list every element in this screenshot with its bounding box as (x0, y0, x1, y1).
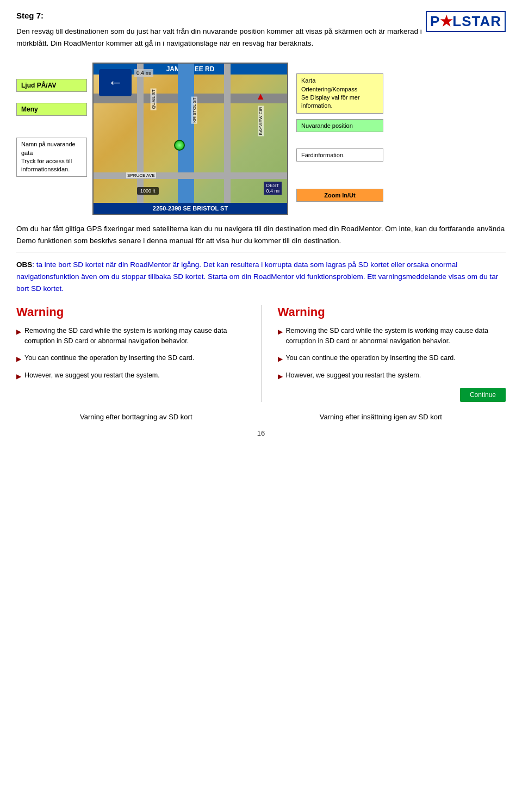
step-title: Steg 7: (16, 11, 426, 20)
karta-label: KartaOrientering/KompassSe Display val f… (296, 73, 383, 114)
warning-section: Warning ▶ Removing the SD card while the… (16, 305, 506, 402)
namn-label: Namn på nuvarande gataTryck för access t… (16, 138, 87, 177)
page-header: Steg 7: Den resväg till destinationen so… (16, 11, 506, 54)
map-dest-icon: ▲ (256, 91, 265, 102)
section-divider (16, 252, 506, 252)
bottom-labels: Varning efter borttagning av SD kort Var… (16, 413, 506, 421)
bullet-icon-5: ▶ (278, 354, 283, 364)
warning-item-left-3: ▶ However, we suggest you restart the sy… (16, 370, 245, 381)
warning-text-left-3: However, we suggest you restart the syst… (24, 370, 160, 381)
obs-prefix: OBS (16, 261, 32, 269)
map-street-label-1: QUAIL ST (151, 89, 157, 110)
right-labels: KartaOrientering/KompassSe Display val f… (296, 73, 383, 215)
bullet-icon-1: ▶ (16, 327, 21, 337)
warning-text-right-3: However, we suggest you restart the syst… (286, 370, 421, 381)
warning-box-right: Warning ▶ Removing the SD card while the… (278, 305, 506, 402)
map-street-label-3: BAYVIEW CIR (258, 106, 264, 137)
map-scale-bar: 1000 ft (137, 187, 159, 195)
warning-item-left-2: ▶ You can continue the operation by inse… (16, 353, 245, 364)
bullet-icon-6: ▶ (278, 371, 283, 381)
continue-area: Continue (278, 388, 506, 402)
obs-section: OBS: ta inte bort SD kortet när din Road… (16, 259, 506, 294)
logo-pol: P (430, 13, 440, 29)
body-text-1: Om du har fått giltiga GPS fixeringar me… (16, 223, 506, 246)
zoom-label: Zoom In/Ut (296, 189, 383, 202)
header-text-area: Steg 7: Den resväg till destinationen so… (16, 11, 426, 54)
karta-text: KartaOrientering/KompassSe Display val f… (301, 77, 360, 109)
warning-item-right-3: ▶ However, we suggest you restart the sy… (278, 370, 506, 381)
page-number: 16 (16, 429, 506, 437)
warning-divider (261, 305, 262, 402)
warning-item-right-2: ▶ You can continue the operation by inse… (278, 353, 506, 364)
map-bottom-street: 2250-2398 SE BRISTOL ST (94, 203, 287, 214)
step-description: Den resväg till destinationen som du jus… (16, 26, 426, 49)
logo-star: ★ (440, 13, 452, 29)
namn-text: Namn på nuvarande gataTryck för access t… (21, 141, 76, 172)
map-section: Ljud PÅ/AV Meny Namn på nuvarande gataTr… (16, 63, 506, 215)
warning-text-right-2: You can continue the operation by insert… (286, 353, 456, 363)
bottom-label-left: Varning efter borttagning av SD kort (80, 413, 192, 421)
warning-text-left-2: You can continue the operation by insert… (24, 353, 194, 363)
obs-text: : ta inte bort SD kortet när din RoadMen… (16, 261, 498, 292)
warning-title-left: Warning (16, 305, 245, 319)
warning-text-left-1: Removing the SD card while the system is… (24, 326, 245, 346)
logo-text: LSTAR (452, 13, 501, 29)
continue-button[interactable]: Continue (460, 388, 506, 402)
logo: P★LSTAR (426, 11, 506, 32)
map-road-main (178, 64, 194, 214)
fard-label: Färdinformation. (296, 148, 383, 162)
warning-text-right-1: Removing the SD card while the system is… (286, 326, 506, 346)
map-street-label-2: KRISTOL ST (191, 97, 197, 124)
warning-box-left: Warning ▶ Removing the SD card while the… (16, 305, 245, 402)
bullet-icon-2: ▶ (16, 354, 21, 364)
logo-area: P★LSTAR (426, 11, 506, 32)
warning-title-right: Warning (278, 305, 506, 319)
map-dist-label: 0.4 mi (134, 69, 153, 77)
warning-item-right-1: ▶ Removing the SD card while the system … (278, 326, 506, 346)
bullet-icon-4: ▶ (278, 327, 283, 337)
bottom-label-right: Varning efter insättning igen av SD kort (320, 413, 442, 421)
warning-list-left: ▶ Removing the SD card while the system … (16, 326, 245, 381)
bullet-icon-3: ▶ (16, 371, 21, 381)
map-road-vert3 (224, 64, 231, 214)
map-street-label-4: SPRUCE AVE (126, 172, 156, 178)
map-image: JAMBOREE RD ← 0.4 mi ▲ 1000 ft DEST0.4 m… (92, 63, 288, 215)
map-road-horizontal2 (94, 172, 287, 179)
map-turn-arrow: ← (99, 69, 132, 96)
warning-item-left-1: ▶ Removing the SD card while the system … (16, 326, 245, 346)
ljud-label: Ljud PÅ/AV (16, 79, 87, 92)
nuvarande-position-label: Nuvarande position (296, 119, 383, 132)
map-dest-label: DEST0.4 mi (264, 182, 282, 195)
warning-list-right: ▶ Removing the SD card while the system … (278, 326, 506, 381)
meny-label: Meny (16, 103, 87, 116)
left-labels: Ljud PÅ/AV Meny Namn på nuvarande gataTr… (16, 79, 87, 215)
